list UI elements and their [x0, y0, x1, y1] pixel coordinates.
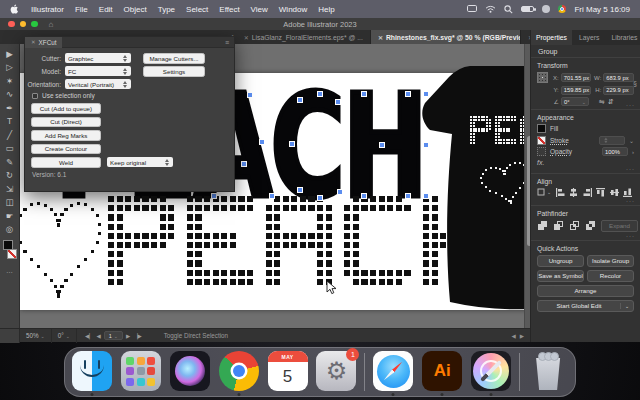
- menu-item[interactable]: File: [75, 5, 88, 14]
- transform-w-input[interactable]: 683.9 px: [603, 73, 634, 82]
- zoom-tool[interactable]: ◎: [2, 223, 18, 237]
- dock-illustrator[interactable]: Ai: [421, 349, 463, 395]
- orientation-select[interactable]: Veritcal (Portrait): [65, 79, 131, 89]
- effects-icon[interactable]: fx.: [537, 159, 544, 166]
- manage-cutters-button[interactable]: Manage Cutters...: [143, 53, 205, 64]
- menu-item[interactable]: Type: [158, 5, 175, 14]
- menu-item[interactable]: Effect: [219, 5, 239, 14]
- align-left-icon[interactable]: [556, 188, 565, 197]
- menu-item[interactable]: Object: [124, 5, 147, 14]
- artboard-number-select[interactable]: 1⌄: [104, 331, 123, 340]
- align-to-selection-icon[interactable]: ⌄: [537, 188, 551, 197]
- direct-selection-tool[interactable]: ▷: [2, 61, 18, 75]
- panel-tab[interactable]: Layers: [574, 30, 604, 45]
- dock-siri[interactable]: [169, 349, 211, 395]
- arrange-button[interactable]: Arrange: [537, 285, 634, 297]
- transform-h-input[interactable]: 229.9 px: [603, 86, 634, 95]
- hand-tool[interactable]: ☛: [2, 209, 18, 223]
- menu-item[interactable]: Illustrator: [31, 5, 64, 14]
- align-bottom-icon[interactable]: [623, 188, 632, 197]
- first-artboard-icon[interactable]: ◀▏: [85, 333, 93, 339]
- xfcut-dialog-tab[interactable]: ✕ XFCut: [25, 37, 62, 48]
- rotate-tool[interactable]: ↻: [2, 169, 18, 183]
- rotation-select[interactable]: 0°⌄: [52, 329, 77, 343]
- stroke-weight-stepper[interactable]: [599, 136, 625, 145]
- use-selection-checkbox[interactable]: [32, 93, 38, 99]
- tab-close-icon[interactable]: ✕: [378, 34, 383, 41]
- rotation-select[interactable]: 0°⌄: [561, 97, 589, 106]
- constrain-proportions-icon[interactable]: §: [633, 80, 637, 87]
- shape-builder-tool[interactable]: ◫: [2, 196, 18, 210]
- user-icon[interactable]: [542, 5, 550, 13]
- recolor-button[interactable]: Recolor: [587, 270, 634, 282]
- pathfinder-unite-icon[interactable]: [537, 220, 548, 231]
- keep-original-select[interactable]: Keep original: [107, 157, 173, 167]
- align-top-icon[interactable]: [596, 188, 605, 197]
- flip-vertical-icon[interactable]: ⇵: [608, 98, 614, 106]
- flip-horizontal-icon[interactable]: ⇋: [599, 98, 605, 106]
- menu-item[interactable]: Help: [318, 5, 334, 14]
- menu-item[interactable]: Select: [186, 5, 208, 14]
- ungroup-button[interactable]: Ungroup: [537, 255, 584, 267]
- menu-item[interactable]: Window: [279, 5, 307, 14]
- expand-button[interactable]: Expand: [601, 220, 638, 232]
- menubar-clock[interactable]: Fri May 5 16:09: [574, 5, 630, 14]
- dock-trash[interactable]: [527, 349, 569, 395]
- transform-y-input[interactable]: 159.85 px: [561, 86, 592, 95]
- search-icon[interactable]: [504, 5, 513, 14]
- align-more-options[interactable]: ···: [626, 198, 635, 204]
- cutter-select[interactable]: Graphtec: [65, 53, 131, 63]
- align-horizontal-center-icon[interactable]: [569, 188, 578, 197]
- rectangle-tool[interactable]: ▭: [2, 142, 18, 156]
- dialog-menu-icon[interactable]: ≡: [225, 39, 229, 46]
- dock-chrome[interactable]: [218, 349, 260, 395]
- appearance-more-options[interactable]: ···: [626, 166, 635, 172]
- chevron-right-icon[interactable]: ›: [632, 149, 634, 155]
- weld-button[interactable]: Weld: [31, 157, 101, 168]
- isolate-group-button[interactable]: Isolate Group: [587, 255, 634, 267]
- menu-item[interactable]: View: [251, 5, 268, 14]
- next-artboard-icon[interactable]: ▶: [126, 333, 130, 339]
- lasso-tool[interactable]: ∿: [2, 88, 18, 102]
- settings-button[interactable]: Settings: [143, 66, 205, 77]
- reference-point-locator[interactable]: [537, 72, 548, 83]
- opacity-label[interactable]: Opacity: [550, 148, 572, 155]
- zoom-level-select[interactable]: 50%⌄: [20, 329, 52, 343]
- pencil-tool[interactable]: ✎: [2, 155, 18, 169]
- panel-tab[interactable]: Properties: [531, 30, 572, 45]
- last-artboard-icon[interactable]: ▕▶: [133, 333, 141, 339]
- pathfinder-intersect-icon[interactable]: [569, 220, 580, 231]
- pathfinder-more-options[interactable]: ···: [626, 233, 635, 239]
- pathfinder-minus-front-icon[interactable]: [553, 220, 564, 231]
- scale-tool[interactable]: ⇲: [2, 182, 18, 196]
- transform-x-input[interactable]: 701.55 px: [561, 73, 592, 82]
- opacity-input[interactable]: 100%: [602, 147, 628, 156]
- line-segment-tool[interactable]: ╱: [2, 128, 18, 142]
- fill-stroke-indicator[interactable]: [2, 240, 18, 262]
- dialog-close-icon[interactable]: ✕: [31, 39, 36, 45]
- start-global-edit-button[interactable]: Start Global Edit ⌄: [537, 300, 634, 312]
- chrome-status-icon[interactable]: [558, 5, 566, 13]
- dialog-action-button[interactable]: Cut (Direct): [31, 117, 101, 128]
- tshirt-graphic[interactable]: [418, 64, 532, 324]
- dialog-action-button[interactable]: Create Contour: [31, 144, 101, 155]
- stroke-label[interactable]: Stroke: [550, 137, 569, 144]
- model-select[interactable]: FC: [65, 66, 131, 76]
- selection-tool[interactable]: ▶: [2, 47, 18, 61]
- dock-safari[interactable]: [372, 349, 414, 395]
- edit-toolbar-icon[interactable]: …: [6, 267, 13, 274]
- chevron-down-icon[interactable]: ⌄: [629, 137, 634, 144]
- battery-icon[interactable]: [521, 6, 534, 12]
- tab-close-icon[interactable]: ✕: [244, 34, 249, 41]
- panel-tab[interactable]: Libraries: [606, 30, 640, 45]
- dock-finder[interactable]: [71, 349, 113, 395]
- dock-spray-tool[interactable]: [470, 349, 512, 395]
- stroke-color-swatch[interactable]: [7, 249, 17, 259]
- stroke-swatch[interactable]: [537, 136, 546, 145]
- xfcut-dialog[interactable]: ✕ XFCut ≡ Cutter: Graphtec Manage Cutter…: [24, 36, 235, 192]
- document-tab[interactable]: ✕ Rhinestones_fix.svg* @ 50 % (RGB/Previ…: [371, 30, 521, 44]
- dialog-action-button[interactable]: Add Reg Marks: [31, 130, 101, 141]
- magic-wand-tool[interactable]: ✶: [2, 74, 18, 88]
- pathfinder-exclude-icon[interactable]: [585, 220, 596, 231]
- transform-more-options[interactable]: ···: [626, 102, 635, 108]
